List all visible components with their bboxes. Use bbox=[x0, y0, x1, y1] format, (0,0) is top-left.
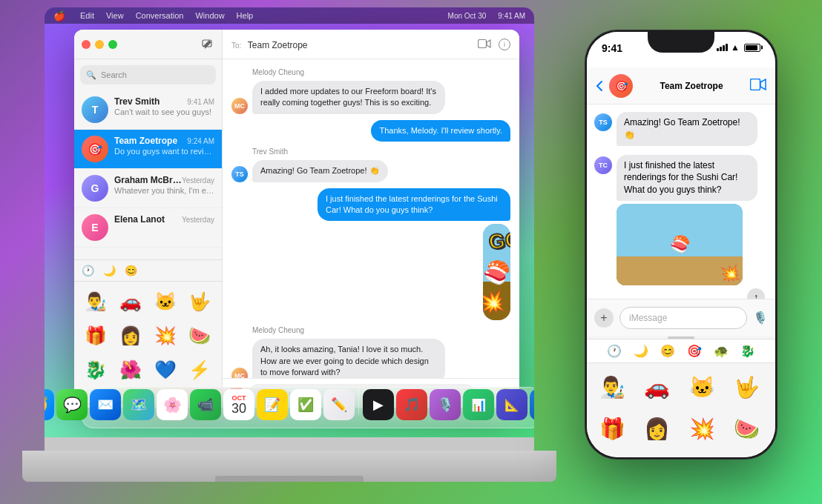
iph-sticker-cat[interactable]: 🐱 bbox=[683, 368, 721, 406]
macbook-base bbox=[22, 451, 556, 482]
recipient-name: Team Zoetrope bbox=[248, 40, 308, 50]
message-group-5: Melody Cheung MC Ah, it looks amazing, T… bbox=[231, 326, 510, 378]
chat-recipient-display: To: Team Zoetrope bbox=[231, 38, 308, 51]
bubble-4: I just finished the latest renderings fo… bbox=[318, 188, 510, 222]
dock-numbers[interactable]: 📊 bbox=[463, 389, 494, 420]
conversation-elena[interactable]: E Elena Lanot Yesterday bbox=[74, 208, 222, 248]
dock-notes[interactable]: 📝 bbox=[257, 389, 288, 420]
dock-messages[interactable]: 💬 bbox=[56, 389, 88, 420]
conv-time-elena: Yesterday bbox=[182, 216, 214, 224]
iph-sticker-boom[interactable]: 💥 bbox=[683, 409, 721, 448]
conv-info-graham: Graham McBride Yesterday Whatever you th… bbox=[114, 175, 214, 195]
sticker-tab-moon[interactable]: 🌙 bbox=[103, 265, 116, 276]
dock-freeform[interactable]: ✏️ bbox=[323, 389, 355, 420]
sticker-person2[interactable]: 👩 bbox=[115, 320, 146, 351]
iph-tab-target[interactable]: 🎯 bbox=[687, 344, 702, 358]
signal-bar-3 bbox=[723, 45, 725, 51]
bubble-5: Ah, it looks amazing, Tania! I love it s… bbox=[252, 339, 445, 378]
sticker-lightning[interactable]: ⚡ bbox=[184, 354, 215, 385]
iph-tab-turtle[interactable]: 🐢 bbox=[714, 344, 729, 358]
iph-tab-smile[interactable]: 😊 bbox=[660, 344, 675, 358]
iph-msg-row-1: TS Amazing! Go Team Zoetrope! 👏 bbox=[594, 112, 768, 146]
iph-sticker-person2[interactable]: 👩 bbox=[638, 409, 677, 448]
sticker-tab-recent[interactable]: 🕐 bbox=[82, 265, 94, 276]
recipient-label: To: bbox=[231, 42, 241, 50]
battery-fill bbox=[746, 45, 757, 50]
sticker-person[interactable]: 👨‍🎨 bbox=[80, 286, 111, 317]
dock-music[interactable]: 🎵 bbox=[396, 389, 427, 420]
menu-conversation[interactable]: Conversation bbox=[136, 11, 184, 20]
iph-audio-button[interactable]: 🎙️ bbox=[753, 311, 768, 325]
iph-sticker-car[interactable]: 🚗 bbox=[638, 368, 677, 406]
signal-bars bbox=[717, 44, 728, 51]
conv-info-trev: Trev Smith 9:41 AM Can't wait to see you… bbox=[114, 96, 214, 116]
avatar-team: 🎯 bbox=[82, 136, 108, 162]
iph-sticker-hand[interactable]: 🤟 bbox=[728, 368, 766, 406]
search-bar[interactable]: 🔍 Search bbox=[80, 65, 216, 84]
sticker-tab-emoji[interactable]: 😊 bbox=[125, 265, 137, 276]
dock-appstore[interactable]: A bbox=[530, 389, 534, 420]
minimize-button[interactable] bbox=[95, 40, 104, 49]
iphone-messages: TS Amazing! Go Team Zoetrope! 👏 TC I jus… bbox=[587, 105, 775, 299]
sticker-gift[interactable]: 🎁 bbox=[80, 320, 111, 351]
info-icon[interactable]: i bbox=[499, 39, 510, 50]
battery-icon bbox=[744, 44, 760, 52]
message-row-4: I just finished the latest renderings fo… bbox=[231, 188, 510, 321]
menu-view[interactable]: View bbox=[106, 11, 124, 20]
menu-window[interactable]: Window bbox=[195, 11, 224, 20]
iph-sticker-gift[interactable]: 🎁 bbox=[593, 409, 631, 448]
dock-keynote[interactable]: 📐 bbox=[496, 389, 527, 420]
sticker-zoom[interactable]: 💥 bbox=[150, 320, 181, 351]
iph-tab-moon[interactable]: 🌙 bbox=[634, 344, 648, 358]
menu-edit[interactable]: Edit bbox=[80, 11, 94, 20]
iphone: 9:41 ▲ 🎯 bbox=[585, 30, 777, 460]
avatar-trev: T bbox=[82, 96, 108, 123]
dock-photos[interactable]: 🌸 bbox=[157, 389, 188, 420]
dock-maps[interactable]: 🗺️ bbox=[123, 389, 154, 420]
macbook: 🍎 Edit View Conversation Window Help Mon… bbox=[22, 7, 556, 482]
iph-sticker-watermelon[interactable]: 🍉 bbox=[728, 409, 766, 448]
menu-help[interactable]: Help bbox=[237, 11, 254, 20]
iph-share-button[interactable]: ↑ bbox=[747, 288, 765, 299]
iphone-back-button[interactable] bbox=[596, 80, 603, 92]
dock-podcasts[interactable]: 🎙️ bbox=[430, 389, 461, 420]
sidebar-titlebar bbox=[74, 30, 222, 59]
conv-info-elena: Elena Lanot Yesterday bbox=[114, 214, 214, 225]
dock-calendar[interactable]: OCT 30 bbox=[223, 389, 254, 420]
conversation-graham[interactable]: G Graham McBride Yesterday Whatever you … bbox=[74, 169, 222, 208]
sticker-cat[interactable]: 🐱 bbox=[150, 286, 181, 317]
macbook-base-notch bbox=[215, 476, 364, 482]
iphone-video-button[interactable] bbox=[750, 79, 766, 93]
chat-header: To: Team Zoetrope i bbox=[223, 30, 519, 59]
sticker-dragon[interactable]: 🐉 bbox=[80, 354, 111, 385]
dock-mail[interactable]: ✉️ bbox=[90, 389, 121, 420]
conversation-team[interactable]: 🎯 Team Zoetrope 9:24 AM Do you guys want… bbox=[74, 130, 222, 169]
iph-share-area: ↑ bbox=[594, 288, 765, 299]
iph-sticker-person[interactable]: 👨‍🎨 bbox=[593, 368, 631, 406]
sticker-heart[interactable]: 💙 bbox=[150, 354, 181, 385]
dock-facetime[interactable]: 📹 bbox=[190, 389, 221, 420]
video-call-icon[interactable] bbox=[478, 39, 491, 50]
dock-safari[interactable]: 🧭 bbox=[45, 389, 54, 420]
iph-avatar-tc: TC bbox=[594, 156, 612, 174]
apple-menu[interactable]: 🍎 bbox=[53, 10, 65, 21]
sticker-car[interactable]: 🚗 bbox=[115, 286, 146, 317]
signal-bar-1 bbox=[717, 48, 719, 51]
iph-tab-dragon[interactable]: 🐉 bbox=[740, 344, 755, 358]
iph-tab-clock[interactable]: 🕐 bbox=[607, 344, 622, 358]
message-row-5: MC Ah, it looks amazing, Tania! I love i… bbox=[231, 339, 510, 378]
close-button[interactable] bbox=[82, 40, 91, 49]
sticker-flower[interactable]: 🌺 bbox=[115, 354, 146, 385]
zoom-button[interactable] bbox=[108, 40, 117, 49]
iph-input-placeholder: iMessage bbox=[629, 313, 667, 323]
iph-sticker-grid: 👨‍🎨 🚗 🐱 🤟 🎁 👩 💥 🍉 bbox=[587, 363, 775, 452]
iphone-status-icons: ▲ bbox=[717, 42, 760, 53]
dock-reminders[interactable]: ✅ bbox=[290, 389, 321, 420]
sticker-watermelon[interactable]: 🍉 bbox=[184, 320, 215, 351]
dock-appletv[interactable]: ▶ bbox=[363, 389, 394, 420]
compose-button[interactable] bbox=[200, 37, 214, 52]
sticker-hand[interactable]: 🤟 bbox=[184, 286, 215, 317]
conversation-trev[interactable]: T Trev Smith 9:41 AM Can't wait to see y… bbox=[74, 90, 222, 130]
iph-add-button[interactable]: + bbox=[594, 308, 614, 328]
iph-input-field[interactable]: iMessage bbox=[619, 307, 747, 329]
